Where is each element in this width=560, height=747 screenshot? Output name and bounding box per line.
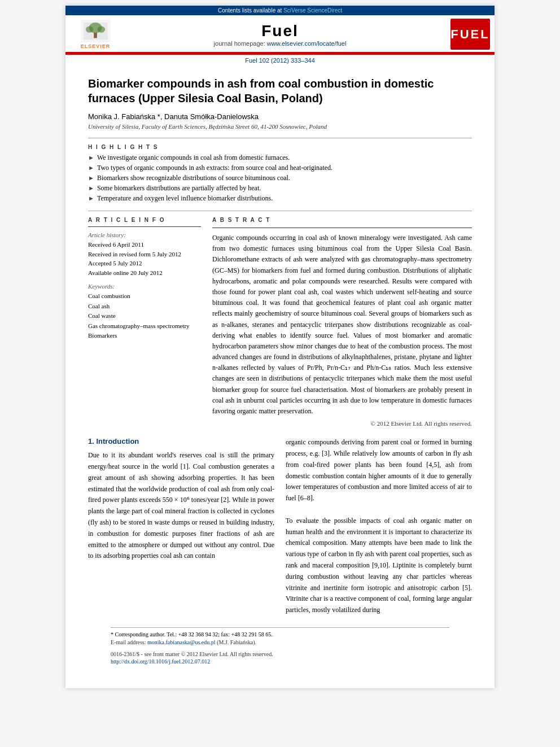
arrow-icon-5: ► [88,195,94,202]
journal-name: Fuel [121,22,439,40]
divider-highlights-top [88,138,472,138]
fuel-logo: FUEL [450,19,490,50]
header-banner: ELSEVIER Fuel journal homepage: www.else… [65,15,495,53]
article-page: Contents lists available at SciVerse Sci… [65,6,495,688]
intro-heading: 1. Introduction [88,437,274,445]
page-footer: * Corresponding author. Tel.: +48 32 368… [111,627,449,665]
sciverse-text: Contents lists available at [218,7,282,14]
abstract-column: A B S T R A C T Organic compounds occurr… [212,217,472,427]
intro-right-column: organic compounds deriving from parent c… [286,437,472,616]
issn-line: 0016-2361/$ - see front matter © 2012 El… [111,651,449,657]
keyword-4: Gas chromatography–mass spectrometry [88,321,201,331]
abstract-text: Organic compounds occurring in coal ash … [212,233,472,417]
article-info-abstract-columns: A R T I C L E I N F O Article history: R… [88,217,472,427]
highlight-item-2: ► Two types of organic compounds in ash … [88,164,472,172]
keyword-1: Coal combustion [88,291,201,302]
history-title: Article history: [88,231,201,238]
arrow-icon-1: ► [88,154,94,161]
elsevier-brand-label: ELSEVIER [81,43,111,49]
fuel-logo-area: FUEL [439,19,490,50]
elsevier-tree-icon [80,20,111,42]
sciverse-link[interactable]: SciVerse ScienceDirect [283,7,342,14]
intro-left-column: 1. Introduction Due to it its abundant w… [88,437,274,616]
introduction-section: 1. Introduction Due to it its abundant w… [88,437,472,616]
abstract-label: A B S T R A C T [212,217,472,223]
highlight-item-1: ► We investigate organic compounds in co… [88,154,472,162]
svg-point-4 [85,26,93,32]
doi-line[interactable]: http://dx.doi.org/10.1016/j.fuel.2012.07… [111,658,449,665]
highlights-label: H I G H L I G H T S [88,144,472,150]
article-title: Biomarker compounds in ash from coal com… [88,76,472,106]
keywords-block: Keywords: Coal combustion Coal ash Coal … [88,283,201,341]
highlights-section: H I G H L I G H T S ► We investigate org… [88,144,472,203]
article-affiliation: University of Silesia, Faculty of Earth … [88,123,472,130]
article-content: Biomarker compounds in ash from coal com… [65,66,495,671]
intro-left-text: Due to it its abundant world's reserves … [88,450,274,562]
keyword-2: Coal ash [88,302,201,312]
copyright-notice: © 2012 Elsevier Ltd. All rights reserved… [212,420,472,427]
divider-highlights-bottom [88,211,472,211]
header-top-bar: Contents lists available at SciVerse Sci… [65,6,495,15]
article-history-block: Article history: Received 6 April 2011 R… [88,231,201,277]
svg-rect-3 [94,32,97,38]
arrow-icon-3: ► [88,174,94,181]
email-footnote: E-mail address: monika.fabianaska@us.edu… [111,639,449,645]
received-date: Received 6 April 2011 [88,240,201,250]
revised-date: Received in revised form 5 July 2012 [88,250,201,259]
keywords-title: Keywords: [88,283,201,290]
accepted-date: Accepted 5 July 2012 [88,259,201,268]
highlight-item-3: ► Biomarkers show recognizable distribut… [88,174,472,182]
journal-issue: Fuel 102 (2012) 333–344 [65,55,495,66]
email-label: E-mail address: [111,639,146,645]
keyword-5: Biomarkers [88,331,201,341]
article-authors: Monika J. Fabiańska *, Danuta Smółka-Dan… [88,112,472,121]
journal-title-area: Fuel journal homepage: www.elsevier.com/… [121,22,439,47]
svg-point-5 [97,26,104,32]
article-info-label: A R T I C L E I N F O [88,217,201,223]
available-date: Available online 20 July 2012 [88,268,201,278]
elsevier-logo-area: ELSEVIER [70,20,121,49]
keyword-3: Coal waste [88,311,201,321]
highlight-item-5: ► Temperature and oxygen level influence… [88,194,472,203]
arrow-icon-2: ► [88,164,94,171]
email-address[interactable]: monika.fabianaska@us.edu.pl [147,639,216,645]
highlight-item-4: ► Some biomarkers distributions are part… [88,184,472,193]
arrow-icon-4: ► [88,185,94,191]
article-info-column: A R T I C L E I N F O Article history: R… [88,217,201,427]
journal-homepage: journal homepage: www.elsevier.com/locat… [121,40,439,47]
email-suffix: (M.J. Fabiańska). [217,639,256,645]
footnote-star: * Corresponding author. Tel.: +48 32 368… [111,631,449,637]
intro-right-text: organic compounds deriving from parent c… [286,437,472,616]
